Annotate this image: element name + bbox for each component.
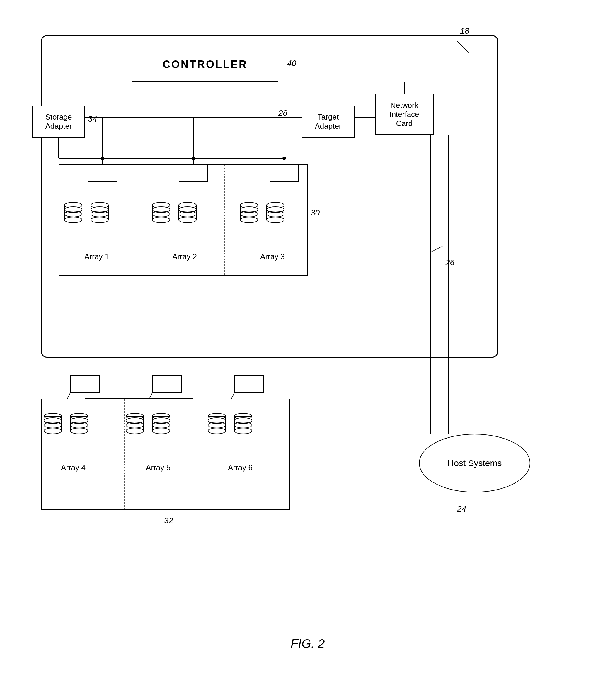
array5-label: Array 5 (129, 463, 188, 472)
ref-30-label: 30 (310, 208, 320, 217)
svg-point-66 (91, 207, 108, 213)
small-box-g2-1 (70, 375, 100, 393)
ref-28-label: 28 (278, 109, 287, 118)
array2-disks (150, 199, 214, 252)
ref-18-label: 18 (460, 26, 469, 36)
array6-label: Array 6 (211, 463, 270, 472)
ref-32-label: 32 (164, 516, 173, 525)
array-divider-2 (224, 165, 225, 275)
target-adapter-label: TargetAdapter (315, 113, 341, 131)
ref-24-label: 24 (457, 504, 466, 514)
svg-point-81 (240, 207, 258, 213)
svg-point-116 (234, 418, 252, 424)
svg-point-76 (179, 207, 196, 213)
nic-box: NetworkInterfaceCard (375, 94, 434, 135)
small-box-g2-2 (152, 375, 182, 393)
svg-point-106 (152, 418, 170, 424)
svg-point-86 (267, 207, 284, 213)
ref-40-label: 40 (287, 59, 296, 68)
small-box-g1-2 (179, 164, 208, 182)
array-divider-1 (142, 165, 142, 275)
svg-point-61 (64, 207, 82, 213)
array5-disks (123, 410, 188, 463)
ref-34-label: 34 (88, 114, 97, 124)
small-box-g1-1 (88, 164, 117, 182)
svg-point-101 (126, 418, 143, 424)
svg-point-96 (70, 418, 88, 424)
array4-disks (41, 410, 105, 463)
ref-26-label: 26 (445, 258, 454, 267)
figure-label: FIG. 2 (291, 637, 325, 651)
host-systems-label: Host Systems (447, 458, 502, 468)
array1-disks (62, 199, 126, 252)
small-box-g2-3 (234, 375, 264, 393)
storage-adapter-label: StorageAdapter (45, 113, 72, 131)
array6-disks (205, 410, 270, 463)
array2-label: Array 2 (155, 252, 214, 261)
controller-box: CONTROLLER (132, 47, 278, 82)
svg-point-111 (208, 418, 226, 424)
nic-label: NetworkInterfaceCard (389, 101, 419, 128)
svg-point-91 (44, 418, 62, 424)
svg-point-71 (152, 207, 170, 213)
storage-adapter-box: StorageAdapter (32, 105, 85, 138)
array1-label: Array 1 (67, 252, 126, 261)
array3-disks (237, 199, 302, 252)
small-box-g1-3 (270, 164, 299, 182)
array3-label: Array 3 (243, 252, 302, 261)
host-systems-ellipse: Host Systems (419, 434, 530, 492)
array4-label: Array 4 (44, 463, 103, 472)
target-adapter-box: TargetAdapter (302, 105, 355, 138)
